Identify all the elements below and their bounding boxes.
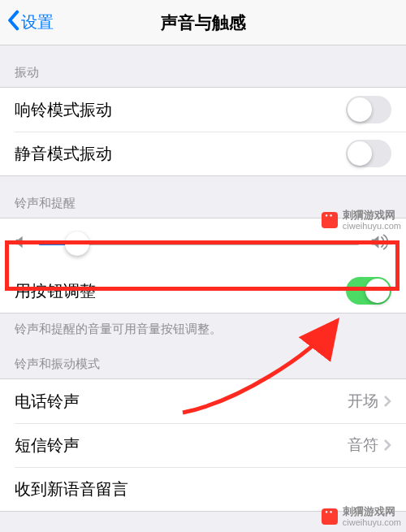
watermark-logo-icon xyxy=(322,212,338,228)
row-label: 收到新语音留言 xyxy=(15,478,391,500)
back-label: 设置 xyxy=(21,11,54,33)
volume-slider[interactable] xyxy=(39,243,359,245)
toggle-silent-vibrate[interactable] xyxy=(346,140,391,167)
row-silent-vibrate[interactable]: 静音模式振动 xyxy=(0,132,406,175)
chevron-right-icon xyxy=(383,395,391,408)
volume-low-icon xyxy=(15,235,28,253)
chevron-left-icon xyxy=(6,10,21,35)
watermark-url: ciweihuyu.com xyxy=(343,517,401,527)
row-value: 开场 xyxy=(348,391,378,412)
watermark-name: 刺猬游戏网 xyxy=(343,210,401,221)
section-header-patterns: 铃声和振动模式 xyxy=(0,337,406,378)
group-patterns: 电话铃声 开场 短信铃声 音符 收到新语音留言 xyxy=(0,378,406,512)
row-texttone[interactable]: 短信铃声 音符 xyxy=(0,423,406,467)
row-label: 静音模式振动 xyxy=(15,143,346,165)
row-ring-vibrate[interactable]: 响铃模式振动 xyxy=(0,88,406,132)
group-vibration: 响铃模式振动 静音模式振动 xyxy=(0,87,406,176)
row-ringtone[interactable]: 电话铃声 开场 xyxy=(0,379,406,423)
volume-high-icon xyxy=(370,233,391,254)
row-buttons-adjust[interactable]: 用按钮调整 xyxy=(0,269,406,313)
toggle-buttons-adjust[interactable] xyxy=(346,277,391,305)
row-voicemail[interactable]: 收到新语音留言 xyxy=(0,467,406,511)
row-label: 响铃模式振动 xyxy=(15,99,346,121)
section-header-vibration: 振动 xyxy=(0,45,406,87)
watermark: 刺猬游戏网 ciweihuyu.com xyxy=(322,210,401,231)
group-ringer: 用按钮调整 xyxy=(0,218,406,314)
page-title: 声音与触感 xyxy=(0,11,406,34)
row-label: 用按钮调整 xyxy=(15,280,346,302)
chevron-right-icon xyxy=(383,439,391,452)
toggle-knob xyxy=(348,97,372,122)
watermark-url: ciweihuyu.com xyxy=(343,221,401,231)
toggle-knob xyxy=(365,279,390,303)
row-label: 电话铃声 xyxy=(15,391,348,413)
row-label: 短信铃声 xyxy=(15,435,348,456)
footer-buttons-adjust: 铃声和提醒的音量可用音量按钮调整。 xyxy=(0,314,406,337)
back-button[interactable]: 设置 xyxy=(0,10,54,35)
watermark: 刺猬游戏网 ciweihuyu.com xyxy=(322,506,401,527)
watermark-logo-icon xyxy=(322,508,338,525)
watermark-name: 刺猬游戏网 xyxy=(343,506,401,517)
row-value: 音符 xyxy=(348,435,378,456)
nav-bar: 设置 声音与触感 xyxy=(0,0,406,45)
toggle-knob xyxy=(348,141,372,166)
slider-thumb[interactable] xyxy=(65,231,89,256)
toggle-ring-vibrate[interactable] xyxy=(346,96,391,123)
